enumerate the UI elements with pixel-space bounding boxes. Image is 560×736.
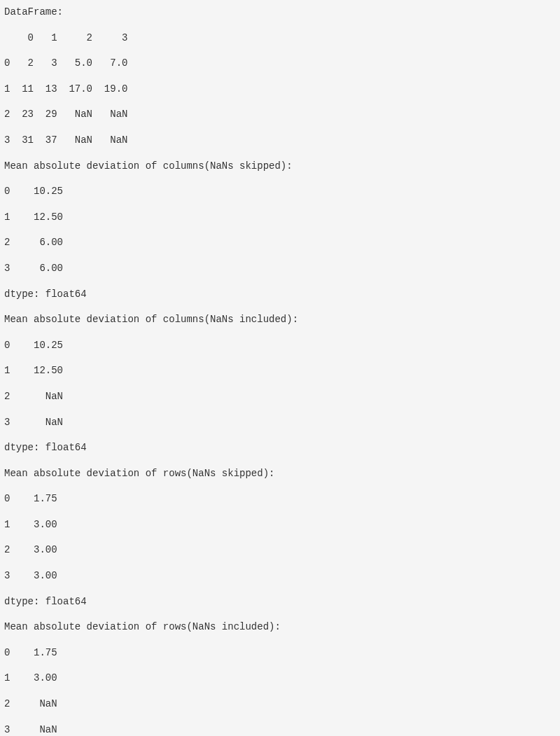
output-line: 2 NaN [4, 697, 556, 711]
output-line: 3 NaN [4, 416, 556, 430]
output-line: DataFrame: [4, 6, 556, 20]
output-line: dtype: float64 [4, 288, 556, 302]
output-line: 2 NaN [4, 390, 556, 404]
output-line: 0 1.75 [4, 492, 556, 506]
output-line: 2 3.00 [4, 543, 556, 557]
output-line: 0 1 2 3 [4, 32, 556, 46]
output-line: 0 10.25 [4, 339, 556, 353]
output-line: 3 6.00 [4, 262, 556, 276]
output-line: Mean absolute deviation of columns(NaNs … [4, 160, 556, 174]
output-line: 0 10.25 [4, 185, 556, 199]
output-line: 1 12.50 [4, 364, 556, 378]
output-line: 1 3.00 [4, 518, 556, 532]
output-line: 3 NaN [4, 723, 556, 736]
output-line: 1 12.50 [4, 211, 556, 225]
output-line: 0 1.75 [4, 646, 556, 660]
output-line: Mean absolute deviation of rows(NaNs ski… [4, 467, 556, 481]
output-line: 3 31 37 NaN NaN [4, 134, 556, 148]
output-line: 0 2 3 5.0 7.0 [4, 57, 556, 71]
output-line: 1 11 13 17.0 19.0 [4, 83, 556, 97]
output-line: 2 6.00 [4, 236, 556, 250]
code-output-block: DataFrame: 0 1 2 3 0 2 3 5.0 7.0 1 11 13… [4, 6, 556, 736]
output-line: dtype: float64 [4, 441, 556, 455]
output-line: 1 3.00 [4, 672, 556, 686]
output-line: 3 3.00 [4, 569, 556, 583]
output-line: 2 23 29 NaN NaN [4, 108, 556, 122]
output-line: Mean absolute deviation of columns(NaNs … [4, 313, 556, 327]
output-line: dtype: float64 [4, 595, 556, 609]
output-line: Mean absolute deviation of rows(NaNs inc… [4, 620, 556, 634]
